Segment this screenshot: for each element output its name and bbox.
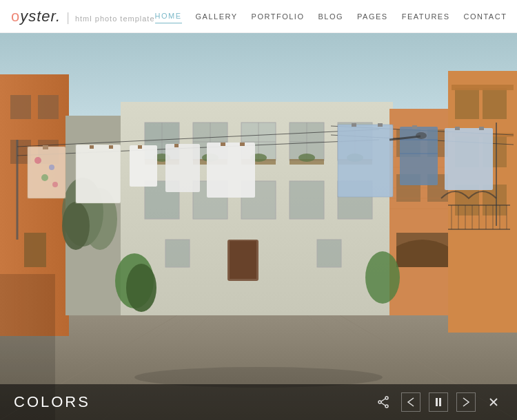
svg-point-138 bbox=[416, 132, 427, 139]
svg-rect-81 bbox=[455, 88, 479, 119]
svg-point-141 bbox=[365, 251, 400, 304]
svg-rect-121 bbox=[445, 128, 493, 190]
svg-point-99 bbox=[41, 174, 48, 181]
logo[interactable]: oyster. bbox=[11, 8, 61, 25]
svg-point-18 bbox=[62, 202, 90, 250]
nav-item-contact[interactable]: CONTACT bbox=[464, 10, 507, 23]
svg-point-97 bbox=[34, 157, 41, 164]
svg-rect-11 bbox=[38, 95, 59, 119]
svg-rect-110 bbox=[207, 143, 255, 198]
svg-rect-10 bbox=[10, 95, 31, 119]
next-button[interactable] bbox=[456, 392, 476, 412]
svg-rect-111 bbox=[221, 143, 225, 146]
hero-background bbox=[0, 33, 517, 420]
logo-separator: | bbox=[66, 10, 70, 25]
slide-bottom-bar: COLORS bbox=[0, 384, 517, 420]
svg-rect-112 bbox=[240, 143, 245, 146]
svg-rect-82 bbox=[483, 88, 507, 119]
hero-section: COLORS bbox=[0, 33, 517, 420]
nav-item-home[interactable]: HOME bbox=[155, 9, 182, 23]
svg-rect-113 bbox=[338, 125, 393, 197]
pause-button[interactable] bbox=[429, 392, 448, 412]
svg-rect-14 bbox=[24, 233, 46, 267]
header: oyster. | html photo template HOME GALLE… bbox=[0, 0, 517, 33]
logo-o: o bbox=[11, 8, 20, 25]
prev-button[interactable] bbox=[401, 392, 420, 412]
svg-rect-108 bbox=[165, 144, 200, 192]
svg-rect-147 bbox=[436, 398, 438, 406]
svg-rect-53 bbox=[165, 240, 190, 267]
svg-rect-104 bbox=[90, 145, 94, 149]
nav-item-portfolio[interactable]: PORTFOLIO bbox=[252, 10, 305, 23]
logo-brand: yster. bbox=[20, 8, 61, 25]
svg-rect-87 bbox=[452, 85, 514, 90]
svg-rect-122 bbox=[455, 127, 460, 130]
svg-rect-105 bbox=[109, 145, 113, 149]
svg-rect-148 bbox=[439, 398, 441, 406]
svg-point-140 bbox=[126, 264, 156, 312]
svg-point-144 bbox=[378, 401, 381, 403]
share-button[interactable] bbox=[374, 392, 393, 412]
svg-rect-102 bbox=[76, 145, 121, 203]
close-button[interactable] bbox=[484, 392, 503, 412]
slide-title: COLORS bbox=[14, 393, 90, 411]
svg-point-98 bbox=[49, 165, 54, 170]
svg-rect-116 bbox=[378, 123, 383, 127]
svg-rect-55 bbox=[317, 240, 341, 267]
logo-tagline: html photo template bbox=[75, 14, 155, 23]
svg-rect-109 bbox=[174, 144, 179, 147]
svg-rect-120 bbox=[412, 125, 417, 129]
slide-controls bbox=[374, 392, 503, 412]
svg-line-145 bbox=[381, 399, 385, 401]
nav-item-blog[interactable]: BLOG bbox=[318, 10, 343, 23]
svg-rect-46 bbox=[290, 181, 324, 219]
svg-rect-51 bbox=[230, 241, 242, 279]
scene-illustration bbox=[0, 33, 517, 420]
svg-point-143 bbox=[385, 405, 388, 408]
nav-item-pages[interactable]: PAGES bbox=[357, 10, 388, 23]
svg-rect-52 bbox=[242, 241, 256, 279]
logo-area: oyster. | html photo template bbox=[11, 8, 155, 25]
main-nav: HOME GALLERY PORTFOLIO BLOG PAGES FEATUR… bbox=[155, 9, 517, 23]
nav-item-gallery[interactable]: GALLERY bbox=[196, 10, 238, 23]
svg-rect-107 bbox=[138, 145, 142, 149]
nav-item-features[interactable]: FEATURES bbox=[402, 10, 450, 23]
svg-line-146 bbox=[381, 403, 385, 406]
svg-rect-101 bbox=[43, 145, 48, 149]
svg-point-142 bbox=[385, 397, 388, 399]
svg-point-65 bbox=[298, 154, 315, 162]
svg-rect-95 bbox=[28, 147, 65, 198]
svg-rect-106 bbox=[130, 145, 157, 187]
svg-rect-123 bbox=[479, 127, 484, 130]
svg-point-100 bbox=[52, 182, 58, 187]
svg-rect-115 bbox=[352, 123, 356, 127]
